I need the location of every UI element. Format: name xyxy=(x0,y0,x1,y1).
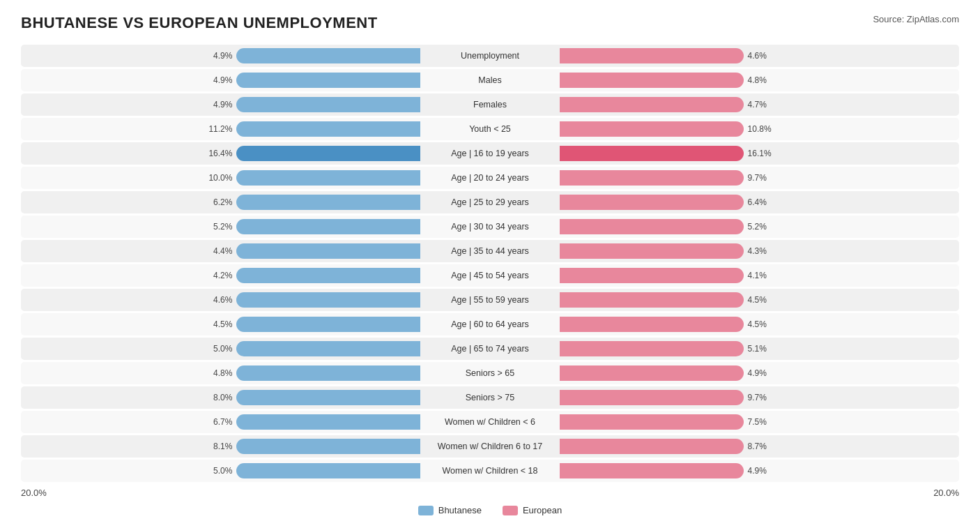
left-value: 4.9% xyxy=(206,51,232,61)
bar-right xyxy=(560,292,744,308)
bar-left xyxy=(236,292,420,308)
bar-row: 5.0%Age | 65 to 74 years5.1% xyxy=(21,338,959,360)
bar-right xyxy=(560,414,744,430)
right-value: 7.5% xyxy=(748,417,774,427)
bar-left xyxy=(236,341,420,356)
axis-left: 20.0% xyxy=(21,488,490,498)
right-section: 4.5% xyxy=(560,317,959,332)
right-value: 4.6% xyxy=(748,51,774,61)
right-section: 9.7% xyxy=(560,170,959,186)
right-section: 4.8% xyxy=(560,73,959,88)
left-section: 6.2% xyxy=(21,195,420,210)
left-value: 4.4% xyxy=(206,246,232,256)
center-label: Unemployment xyxy=(420,51,560,61)
right-value: 10.8% xyxy=(748,124,774,134)
center-label: Women w/ Children < 6 xyxy=(420,417,560,427)
right-value: 9.7% xyxy=(748,173,774,183)
bar-row: 4.2%Age | 45 to 54 years4.1% xyxy=(21,264,959,287)
right-section: 4.6% xyxy=(560,48,959,63)
bar-right xyxy=(560,195,744,210)
left-value: 10.0% xyxy=(206,173,232,183)
center-label: Age | 20 to 24 years xyxy=(420,173,560,183)
bar-left xyxy=(236,146,420,161)
center-label: Women w/ Children 6 to 17 xyxy=(420,442,560,451)
chart-header: BHUTANESE VS EUROPEAN UNEMPLOYMENT Sourc… xyxy=(21,14,959,32)
center-label: Age | 55 to 59 years xyxy=(420,295,560,305)
chart-container: BHUTANESE VS EUROPEAN UNEMPLOYMENT Sourc… xyxy=(0,0,980,528)
left-value: 8.1% xyxy=(206,442,232,451)
axis-right: 20.0% xyxy=(490,488,959,498)
right-section: 4.3% xyxy=(560,243,959,259)
right-section: 5.2% xyxy=(560,219,959,234)
center-label: Age | 45 to 54 years xyxy=(420,271,560,280)
bar-left xyxy=(236,365,420,381)
chart-source: Source: ZipAtlas.com xyxy=(873,14,959,24)
center-label: Age | 16 to 19 years xyxy=(420,149,560,158)
bar-row: 8.0%Seniors > 759.7% xyxy=(21,386,959,409)
left-section: 8.0% xyxy=(21,390,420,405)
right-value: 16.1% xyxy=(748,149,774,158)
chart-title: BHUTANESE VS EUROPEAN UNEMPLOYMENT xyxy=(21,14,378,32)
bar-right xyxy=(560,121,744,137)
left-value: 4.5% xyxy=(206,319,232,329)
bar-right xyxy=(560,463,744,478)
bar-row: 11.2%Youth < 2510.8% xyxy=(21,118,959,140)
bar-left xyxy=(236,48,420,63)
left-section: 10.0% xyxy=(21,170,420,186)
left-value: 4.6% xyxy=(206,295,232,305)
legend-european-label: European xyxy=(523,505,562,515)
left-section: 4.4% xyxy=(21,243,420,259)
bar-row: 16.4%Age | 16 to 19 years16.1% xyxy=(21,142,959,165)
left-section: 8.1% xyxy=(21,439,420,454)
right-section: 4.1% xyxy=(560,268,959,283)
right-value: 4.5% xyxy=(748,319,774,329)
bar-left xyxy=(236,317,420,332)
bar-right xyxy=(560,439,744,454)
bar-right xyxy=(560,170,744,186)
legend-european: European xyxy=(503,505,562,515)
bar-left xyxy=(236,219,420,234)
left-value: 4.9% xyxy=(206,75,232,85)
bar-row: 4.8%Seniors > 654.9% xyxy=(21,362,959,384)
bar-left xyxy=(236,97,420,112)
right-section: 5.1% xyxy=(560,341,959,356)
bar-right xyxy=(560,219,744,234)
left-section: 4.2% xyxy=(21,268,420,283)
left-value: 11.2% xyxy=(206,124,232,134)
right-value: 9.7% xyxy=(748,393,774,402)
bar-right xyxy=(560,48,744,63)
bar-left xyxy=(236,439,420,454)
left-value: 6.2% xyxy=(206,197,232,207)
bar-left xyxy=(236,73,420,88)
bar-row: 4.5%Age | 60 to 64 years4.5% xyxy=(21,313,959,335)
left-value: 5.0% xyxy=(206,466,232,476)
left-section: 11.2% xyxy=(21,121,420,137)
right-section: 9.7% xyxy=(560,390,959,405)
bar-right xyxy=(560,390,744,405)
center-label: Females xyxy=(420,100,560,110)
left-section: 4.9% xyxy=(21,73,420,88)
legend-bhutanese-color xyxy=(418,506,434,515)
bar-left xyxy=(236,243,420,259)
center-label: Youth < 25 xyxy=(420,124,560,134)
bar-left xyxy=(236,195,420,210)
left-section: 5.0% xyxy=(21,463,420,478)
bar-left xyxy=(236,268,420,283)
bar-right xyxy=(560,73,744,88)
left-section: 4.5% xyxy=(21,317,420,332)
right-value: 4.8% xyxy=(748,75,774,85)
axis-left-label: 20.0% xyxy=(21,488,47,498)
right-value: 4.5% xyxy=(748,295,774,305)
axis-right-label: 20.0% xyxy=(933,488,959,498)
right-value: 4.9% xyxy=(748,466,774,476)
bar-right xyxy=(560,365,744,381)
center-label: Males xyxy=(420,75,560,85)
left-section: 4.6% xyxy=(21,292,420,308)
center-label: Age | 30 to 34 years xyxy=(420,222,560,232)
left-section: 4.8% xyxy=(21,365,420,381)
bar-left xyxy=(236,170,420,186)
bar-row: 4.9%Unemployment4.6% xyxy=(21,45,959,67)
chart-area: 4.9%Unemployment4.6%4.9%Males4.8%4.9%Fem… xyxy=(21,45,959,482)
legend-bhutanese: Bhutanese xyxy=(418,505,482,515)
right-value: 6.4% xyxy=(748,197,774,207)
